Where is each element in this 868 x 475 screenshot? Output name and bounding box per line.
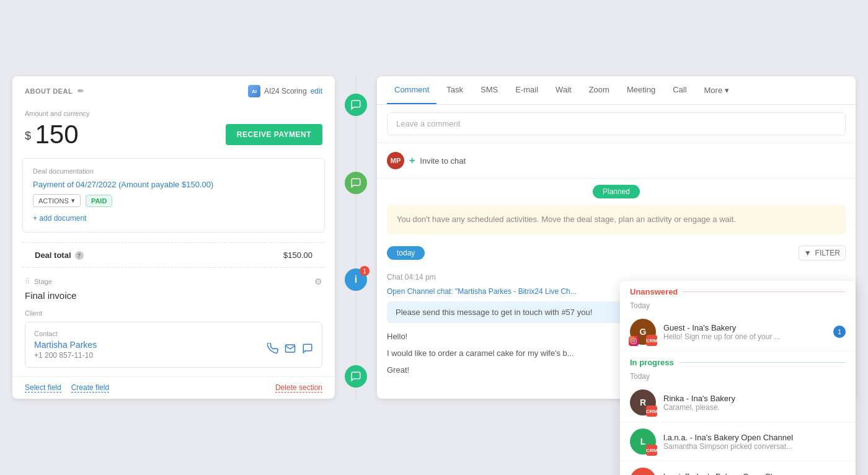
ai24-badge[interactable]: AI AI24 Scoring edit [248, 85, 322, 97]
contact-action-icons [267, 343, 313, 357]
chat-list-item-guest[interactable]: G CRM Guest - Ina's Bakery Hello! Sign m… [620, 313, 856, 352]
actions-button[interactable]: ACTIONS ▾ [33, 194, 81, 207]
more-label: More [704, 86, 723, 95]
contact-phone: +1 200 857-11-10 [34, 351, 97, 360]
unanswered-section-header: Unanswered [620, 281, 856, 300]
stage-value: Final invoice [25, 290, 322, 301]
add-document-link[interactable]: + add document [33, 214, 86, 223]
lana-name: l.a.n.a. - Ina's Bakery Open Channel [663, 433, 846, 442]
contact-label: Contact [34, 330, 313, 337]
bottom-links: Select field Create field [25, 383, 109, 393]
amount-section: Amount and currency $ 150 RECEIVE PAYMEN… [12, 104, 335, 158]
tab-zoom[interactable]: Zoom [582, 76, 617, 104]
tab-meeting[interactable]: Meeting [619, 76, 663, 104]
in-progress-text: In progress [630, 358, 674, 367]
actions-label: ACTIONS [38, 197, 69, 205]
unanswered-date: Today [620, 300, 856, 313]
rinka-preview: Caramel, please. [663, 403, 846, 412]
chat-list-item-rinka[interactable]: R CRM Rinka - Ina's Bakery Caramel, plea… [620, 383, 856, 422]
plus-icon: + [409, 155, 415, 166]
unread-badge-1: 1 [833, 326, 846, 338]
user-avatar: MP [387, 152, 404, 169]
tab-comment[interactable]: Comment [387, 76, 436, 104]
leojeff-avatar-main: L [630, 468, 656, 475]
deal-docs-section: Deal documentation Payment of 04/27/2022… [22, 158, 325, 233]
rinka-crm-badge: CRM [646, 406, 657, 417]
create-field-link[interactable]: Create field [71, 383, 109, 393]
tab-call[interactable]: Call [665, 76, 694, 104]
phone-icon[interactable] [267, 343, 278, 357]
select-field-link[interactable]: Select field [25, 383, 61, 393]
chat-list-item-lana[interactable]: L CRM l.a.n.a. - Ina's Bakery Open Chann… [620, 422, 856, 461]
payment-link[interactable]: Payment of 04/27/2022 (Amount payable $1… [33, 180, 314, 189]
unanswered-text: Unanswered [630, 287, 678, 296]
unanswered-label: Unanswered [630, 287, 846, 296]
amount-value: 150 [35, 120, 78, 149]
deal-docs-label: Deal documentation [33, 167, 314, 175]
about-deal-label: ABOUT DEAL [25, 87, 73, 95]
email-icon[interactable] [285, 343, 296, 357]
timeline-bubble-info: i 1 [345, 269, 367, 291]
in-progress-label: In progress [630, 358, 846, 367]
paid-badge: PAID [86, 195, 112, 207]
contact-name[interactable]: Martisha Parkes [34, 340, 97, 350]
comment-input[interactable]: Leave a comment [387, 112, 846, 135]
invite-chat-row: MP + Invite to chat [377, 143, 856, 179]
svg-rect-0 [631, 339, 636, 344]
svg-point-1 [632, 340, 634, 342]
in-progress-date: Today [620, 371, 856, 383]
chat-label: Chat [387, 273, 402, 282]
edit-pencil-icon[interactable]: ✏ [78, 87, 84, 95]
leojeff-avatar: L CRM [630, 468, 656, 475]
delete-section-link[interactable]: Delete section [275, 383, 322, 393]
guest-preview: Hello! Sign me up for one of your ... [663, 332, 826, 341]
crm-badge: CRM [646, 335, 657, 346]
invite-text[interactable]: Invite to chat [420, 156, 466, 166]
leojeff-content: leo_jeff - Ina's Bakery Open Chan... Sam… [663, 472, 846, 476]
actions-chevron-icon: ▾ [71, 197, 75, 205]
guest-name: Guest - Ina's Bakery [663, 323, 826, 332]
drag-icon: ⠿ [25, 277, 30, 286]
tab-more[interactable]: More ▾ [697, 77, 737, 104]
ai24-logo: AI [248, 85, 260, 97]
deal-panel: ABOUT DEAL ✏ AI AI24 Scoring edit Amount… [12, 76, 335, 399]
filter-button[interactable]: ▼ FILTER [799, 246, 846, 260]
help-icon[interactable]: ? [75, 251, 84, 260]
stage-header: ⠿ Stage ⚙ [25, 277, 322, 286]
stage-gear-icon[interactable]: ⚙ [314, 277, 322, 286]
filter-label: FILTER [815, 249, 840, 257]
deal-header: ABOUT DEAL ✏ AI AI24 Scoring edit [12, 76, 335, 104]
receive-payment-button[interactable]: RECEIVE PAYMENT [226, 124, 322, 145]
today-badge: today [387, 246, 425, 260]
chat-list-item-leojeff[interactable]: L CRM leo_jeff - Ina's Bakery Open Chan.… [620, 461, 856, 475]
tab-email[interactable]: E-mail [508, 76, 546, 104]
client-section: Client Contact Martisha Parkes +1 200 85… [12, 309, 335, 376]
tab-wait[interactable]: Wait [548, 76, 579, 104]
timeline-bubble-chat2 [345, 365, 367, 388]
chat-dropdown-panel: Unanswered Today G CRM Guest - Ina's Bak… [620, 281, 856, 475]
currency-symbol: $ [25, 130, 31, 142]
client-label: Client [25, 309, 322, 317]
comment-input-area: Leave a comment [377, 105, 856, 143]
planned-badge: Planned [593, 185, 640, 198]
guest-avatar: G CRM [630, 319, 656, 345]
rinka-content: Rinka - Ina's Bakery Caramel, please. [663, 394, 846, 412]
in-progress-section-header: In progress [620, 352, 856, 371]
contact-info: Martisha Parkes +1 200 857-11-10 [34, 340, 97, 360]
timeline-bubble-invite [345, 172, 367, 194]
tab-task[interactable]: Task [439, 76, 471, 104]
deal-total-row: Deal total ? $150.00 [22, 242, 325, 268]
filter-icon: ▼ [804, 249, 812, 257]
edit-link[interactable]: edit [311, 87, 322, 95]
doc-actions: ACTIONS ▾ PAID [33, 194, 314, 207]
deal-total-text: Deal total [35, 251, 71, 260]
more-chevron-icon: ▾ [725, 86, 729, 95]
tab-sms[interactable]: SMS [473, 76, 505, 104]
stage-label: ⠿ Stage [25, 277, 52, 286]
activity-tabs: Comment Task SMS E-mail Wait Zoom Meetin… [377, 76, 856, 105]
contact-row: Martisha Parkes +1 200 857-11-10 [34, 340, 313, 360]
chat-channel-link[interactable]: Open Channel chat: "Martisha Parkes - Bi… [387, 287, 577, 296]
chat-header: Chat 04:14 pm [387, 273, 846, 282]
amount-display: $ 150 [25, 120, 79, 149]
message-icon[interactable] [302, 343, 313, 357]
